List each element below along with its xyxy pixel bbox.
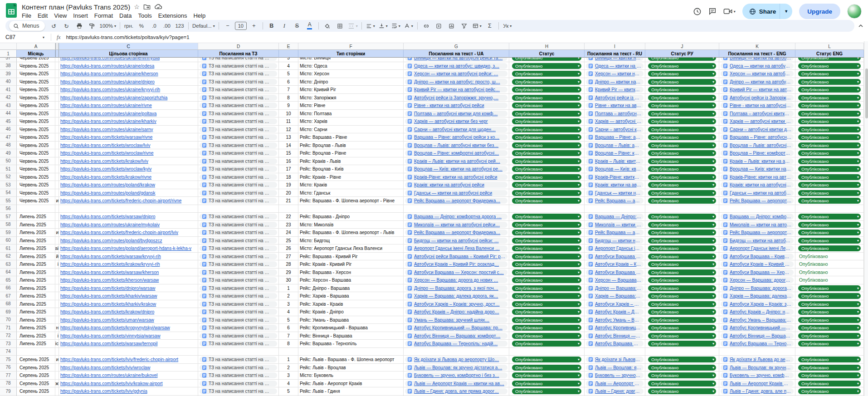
doc-link-eng[interactable]: Автобуси Варшава — Херсон: простий с… bbox=[721, 269, 794, 275]
cell-number[interactable]: 3 bbox=[279, 372, 298, 380]
cell-link-eng[interactable]: Автобус Умань – Варшава: зручний… bbox=[719, 316, 795, 324]
cell-hidden-b[interactable] bbox=[55, 348, 59, 356]
column-header-I[interactable]: I bbox=[585, 43, 645, 50]
target-url-link[interactable]: https://pavluks-trans.com/tickets/warsaw… bbox=[60, 270, 159, 275]
status-dropdown-eng[interactable]: Опубліковано▾ bbox=[798, 198, 861, 204]
cell-status-eng[interactable]: Опубліковано bbox=[795, 269, 864, 277]
cell-link-eng[interactable]: Сарни – автобусні квитки для щоден… bbox=[719, 126, 795, 134]
doc-link-eng[interactable]: Рівне - квитки на автобусні рейси bbox=[721, 103, 794, 108]
cell-link-ua[interactable]: Миколаїв — квитки на автобусні рейси… bbox=[404, 221, 509, 229]
doc-link-ru[interactable]: Полтава – автобусні квитки для комф… bbox=[586, 111, 644, 117]
cell-month[interactable]: Червень 2025 bbox=[17, 58, 55, 62]
doc-link-eng[interactable]: Харків — автобусні квитки без черг bbox=[721, 118, 794, 124]
doc-link-eng[interactable]: Автобус Кропивницький — Варшава: пр… bbox=[721, 325, 794, 331]
cell-status-ru[interactable]: Опубліковано▾ bbox=[645, 356, 719, 364]
cell-month[interactable]: Липень 2025 bbox=[17, 260, 55, 269]
cell-status-ua[interactable]: Опубліковано▾ bbox=[509, 133, 585, 142]
row-number[interactable]: 42 bbox=[0, 94, 17, 102]
cell-page-type[interactable]: Рейс: Умань - Варшава bbox=[298, 316, 404, 324]
status-dropdown-ua[interactable]: Опубліковано▾ bbox=[512, 190, 581, 196]
cell-status-eng[interactable]: Опубліковано▾ bbox=[795, 237, 864, 245]
row-number[interactable]: 43 bbox=[0, 102, 17, 110]
cell-hidden-b[interactable]: й bbox=[55, 253, 59, 261]
undo-button[interactable]: ↺ bbox=[48, 21, 60, 31]
cell-tz[interactable]: ТЗ на написання статті на … bbox=[198, 213, 279, 221]
status-dropdown-ua[interactable]: Опубліковано▾ bbox=[512, 293, 581, 299]
cell-target-url[interactable] bbox=[59, 348, 198, 356]
menu-view[interactable]: View bbox=[51, 12, 70, 20]
status-text-eng[interactable]: Опубліковано bbox=[797, 278, 828, 283]
status-dropdown-ru[interactable]: Опубліковано▾ bbox=[648, 166, 716, 172]
doc-link-eng[interactable]: Одеса — квитки на автобус: швидко, з… bbox=[721, 63, 794, 69]
status-dropdown-eng[interactable]: Опубліковано▾ bbox=[798, 174, 861, 180]
status-dropdown-ua[interactable]: Опубліковано▾ bbox=[512, 198, 581, 204]
cell-link-ua[interactable]: Автобусні рейси Варшава – Кривий Ріг: ро… bbox=[404, 253, 509, 261]
cell-link-eng[interactable]: Львів – Гдиня: довга, але пряма дорог… bbox=[719, 387, 795, 396]
status-dropdown-eng[interactable]: Опубліковано▾ bbox=[798, 325, 861, 331]
cell-link-eng[interactable]: Автобус Краків – Дніпро: надійна доро… bbox=[719, 308, 795, 316]
doc-link-ru[interactable]: Автобуси Харків – Краків: зручно, дост… bbox=[586, 301, 644, 307]
cell-month[interactable]: Червень 2025 bbox=[17, 117, 55, 126]
cell-number[interactable]: 7 bbox=[279, 332, 298, 340]
status-dropdown-eng[interactable]: Опубліковано▾ bbox=[798, 127, 861, 132]
input-tools-button[interactable]: Ук▾ bbox=[501, 21, 514, 31]
cell-page-type[interactable]: Місто: Одеса bbox=[298, 62, 404, 70]
cell-number[interactable]: 8 bbox=[279, 94, 298, 102]
cell-tz[interactable]: ТЗ на написання статті на … bbox=[198, 126, 279, 134]
cell-link-ru[interactable]: Як доїхати зі Львова до аеропорту Шо… bbox=[585, 356, 645, 364]
doc-link-ru[interactable]: Львів — Аеропорт Краків — квитки на ав… bbox=[586, 381, 644, 386]
target-url-link[interactable]: https://pavluks-trans.com/tickets/krakow… bbox=[60, 309, 154, 314]
header-cell-K[interactable]: Посилання на текст - ENG bbox=[719, 50, 795, 58]
doc-link-eng[interactable]: Аеропорт Гданськ імені Леха Валенси … bbox=[721, 245, 794, 251]
target-url-link[interactable]: https://pavluks-trans.com/tickets/warsaw… bbox=[60, 214, 156, 219]
target-url-link[interactable]: https://pavluks-trans.com/tickets/kropyv… bbox=[60, 325, 170, 330]
tz-doc-chip[interactable]: ТЗ на написання статті на … bbox=[200, 301, 277, 307]
doc-link-ua[interactable]: Автобуси Краків – Кривий Ріг: розклад… bbox=[405, 261, 507, 267]
status-dropdown-ua[interactable]: Опубліковано▾ bbox=[512, 174, 581, 180]
status-dropdown-ru[interactable]: Опубліковано▾ bbox=[648, 254, 716, 259]
cell-status-ru[interactable]: Опубліковано▾ bbox=[645, 387, 719, 396]
cell-number[interactable]: 23 bbox=[279, 221, 298, 229]
doc-link-eng[interactable]: Рейс Варшава — аеропорт Фридерика… bbox=[721, 198, 794, 204]
cell-link-ru[interactable]: Херсон — Варшава: дорога до нових … bbox=[585, 276, 645, 284]
cell-status-ua[interactable]: Опубліковано▾ bbox=[509, 316, 585, 324]
status-dropdown-eng[interactable]: Опубліковано▾ bbox=[798, 95, 861, 101]
status-dropdown-eng[interactable]: Опубліковано▾ bbox=[798, 63, 861, 69]
cell-target-url[interactable]: https://pavluks-trans.com/tickets/lviv/f… bbox=[59, 356, 198, 364]
cell-link-eng[interactable]: Аеропорт Гданськ імені Леха Валенси … bbox=[719, 244, 795, 253]
cell-hidden-b[interactable] bbox=[55, 269, 59, 277]
cell-status-ru[interactable]: Опубліковано▾ bbox=[645, 133, 719, 142]
italic-button[interactable]: I bbox=[278, 21, 291, 31]
cell-link-ua[interactable]: Львів — Аеропорт Краків — квитки на ав… bbox=[404, 380, 509, 388]
document-title[interactable]: Контент план (Pavluks Trans 2025) bbox=[22, 3, 130, 11]
doc-link-ru[interactable]: Дніпро — квитки на автобус: просто, ш… bbox=[586, 79, 644, 85]
cell-number[interactable]: 2 bbox=[279, 364, 298, 372]
status-dropdown-ua[interactable]: Опубліковано▾ bbox=[512, 158, 581, 164]
doc-link-eng[interactable]: Автобус Варшава — Тернопіль: надій… bbox=[721, 341, 794, 347]
functions-button[interactable]: Σ bbox=[483, 21, 496, 31]
cell-status-ru[interactable]: Опубліковано▾ bbox=[645, 70, 719, 78]
tz-doc-chip[interactable]: ТЗ на написання статті на … bbox=[200, 317, 277, 323]
cell-status-ua[interactable] bbox=[509, 205, 585, 213]
status-dropdown-eng[interactable]: Опубліковано▾ bbox=[798, 381, 861, 386]
cell-link-eng[interactable]: Полтава – автобусні квитки для комф… bbox=[719, 110, 795, 118]
tz-doc-chip[interactable]: ТЗ на написання статті на … bbox=[200, 79, 277, 85]
status-dropdown-ru[interactable]: Опубліковано▾ bbox=[648, 301, 716, 307]
menu-format[interactable]: Format bbox=[91, 12, 116, 20]
cell-link-ua[interactable]: Автобуси Варшава — Херсон: простий с… bbox=[404, 269, 509, 277]
cell-status-eng[interactable]: Опубліковано▾ bbox=[795, 142, 864, 150]
doc-link-ua[interactable]: Автобуси Харків – Краків: зручно, дост… bbox=[405, 301, 507, 307]
insert-comment-button[interactable] bbox=[433, 21, 445, 31]
cell-link-ru[interactable]: Вінниця — квитки на автобусні рейси та… bbox=[585, 58, 645, 62]
cell-link-eng[interactable]: Гданськ — квитки на автобусні рейси bbox=[719, 189, 795, 197]
status-dropdown-ua[interactable]: Опубліковано▾ bbox=[512, 238, 581, 244]
status-dropdown-eng[interactable]: Опубліковано▾ bbox=[798, 111, 861, 117]
target-url-link[interactable]: https://pavluks-trans.com/tickets/kherso… bbox=[60, 278, 159, 283]
cell-page-type[interactable]: Місто: Бидгощ bbox=[298, 237, 404, 245]
target-url-link[interactable]: https://pavluks-trans.com/tickets/freder… bbox=[60, 198, 181, 203]
cell-number[interactable]: 3 bbox=[279, 300, 298, 308]
cell-number[interactable]: 8 bbox=[279, 340, 298, 348]
cell-number[interactable]: 10 bbox=[279, 110, 298, 118]
cell-target-url[interactable]: https://pavluks-trans.com/tickets/lviv/g… bbox=[59, 387, 198, 396]
cell-tz[interactable]: ТЗ на написання статті на … bbox=[198, 94, 279, 102]
